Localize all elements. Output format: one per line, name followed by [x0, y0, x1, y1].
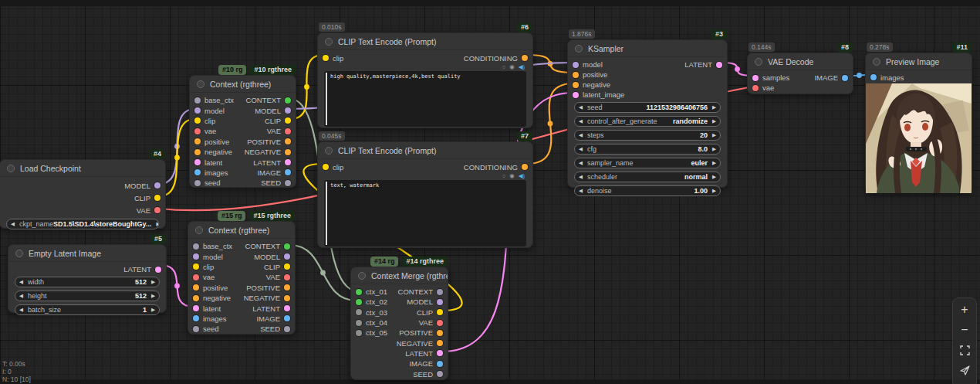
- output-slot-CLIP[interactable]: CLIP: [265, 117, 291, 125]
- input-pin[interactable]: [752, 85, 759, 91]
- input-slot-seed[interactable]: seed: [194, 178, 221, 187]
- input-pin[interactable]: [193, 315, 199, 321]
- increment-arrow-icon[interactable]: ▶: [712, 189, 716, 194]
- output-slot-LATENT[interactable]: LATENT: [253, 158, 291, 167]
- vae-decode-node[interactable]: 0.144s#8VAE DecodesamplesIMAGEvae: [747, 53, 853, 94]
- node-title-bar[interactable]: Context Merge (rgthree): [351, 267, 448, 284]
- node-title-bar[interactable]: CLIP Text Encode (Prompt): [318, 142, 532, 159]
- input-pin[interactable]: [573, 72, 579, 78]
- output-pin[interactable]: [285, 180, 291, 186]
- output-slot-CLIP[interactable]: CLIP: [264, 263, 290, 271]
- widget-control_after_generate[interactable]: ◀control_after_generaterandomize▶: [574, 116, 721, 127]
- input-slot-ctx_01[interactable]: ctx_01: [356, 287, 387, 296]
- circle-icon[interactable]: ○: [502, 173, 506, 179]
- output-pin[interactable]: [437, 320, 443, 326]
- output-pin[interactable]: [522, 164, 528, 170]
- node-title-bar[interactable]: Context (rgthree): [190, 76, 296, 93]
- output-slot-MODEL[interactable]: MODEL: [407, 297, 443, 306]
- input-slot-images[interactable]: images: [194, 168, 228, 177]
- collapse-dot-icon[interactable]: [755, 58, 762, 66]
- output-pin[interactable]: [284, 243, 290, 250]
- output-slot-IMAGE[interactable]: IMAGE: [257, 168, 291, 177]
- context-rgthree-node-15[interactable]: #15 rg#15 rgthreeContext (rgthree)base_c…: [188, 221, 296, 335]
- input-slot-negative[interactable]: negative: [194, 148, 232, 156]
- collapse-dot-icon[interactable]: [325, 147, 333, 155]
- input-slot-seed[interactable]: seed: [193, 325, 219, 333]
- decrement-arrow-icon[interactable]: ◀: [19, 308, 23, 313]
- output-pin[interactable]: [437, 371, 443, 377]
- decrement-arrow-icon[interactable]: ◀: [11, 222, 15, 227]
- input-pin[interactable]: [356, 289, 362, 295]
- decrement-arrow-icon[interactable]: ◀: [19, 294, 23, 299]
- output-pin[interactable]: [154, 207, 161, 213]
- input-slot-positive[interactable]: positive: [573, 70, 607, 79]
- decrement-arrow-icon[interactable]: ◀: [579, 147, 583, 152]
- widget-sampler_name[interactable]: ◀sampler_nameeuler▶: [574, 158, 721, 168]
- input-slot-vae[interactable]: vae: [194, 127, 216, 135]
- output-slot-CONTEXT[interactable]: CONTEXT: [245, 242, 290, 250]
- widget-cfg[interactable]: ◀cfg8.0▶: [574, 144, 721, 155]
- node-title-bar[interactable]: Context (rgthree): [188, 222, 295, 239]
- widget-seed[interactable]: ◀seed1121532986406756▶: [574, 102, 721, 113]
- input-pin[interactable]: [193, 284, 199, 291]
- output-pin[interactable]: [284, 305, 290, 311]
- input-slot-base_ctx[interactable]: base_ctx: [194, 96, 234, 104]
- output-pin[interactable]: [437, 289, 443, 295]
- decrement-arrow-icon[interactable]: ◀: [579, 133, 583, 138]
- input-pin[interactable]: [194, 159, 201, 165]
- prompt-textarea[interactable]: high quality,masterpiece,4k,best quality: [324, 71, 526, 127]
- input-pin[interactable]: [356, 299, 362, 305]
- input-pin[interactable]: [323, 164, 329, 170]
- input-slot-positive[interactable]: positive: [193, 284, 228, 292]
- node-title-bar[interactable]: CLIP Text Encode (Prompt): [318, 33, 532, 50]
- output-pin[interactable]: [842, 75, 848, 81]
- input-pin[interactable]: [194, 128, 201, 134]
- decrement-arrow-icon[interactable]: ◀: [579, 105, 583, 110]
- input-slot-model[interactable]: model: [573, 60, 603, 69]
- output-slot-POSITIVE[interactable]: POSITIVE: [399, 328, 443, 337]
- output-slot-NEGATIVE[interactable]: NEGATIVE: [245, 148, 291, 156]
- node-title-bar[interactable]: Preview Image: [866, 53, 972, 70]
- increment-arrow-icon[interactable]: ▶: [151, 308, 155, 313]
- output-pin[interactable]: [285, 97, 291, 104]
- output-pin[interactable]: [154, 195, 161, 201]
- output-slot-CONTEXT[interactable]: CONTEXT: [398, 287, 443, 296]
- input-pin[interactable]: [194, 117, 201, 124]
- input-slot-latent[interactable]: latent: [193, 304, 221, 313]
- input-slot-latent[interactable]: latent: [194, 158, 222, 167]
- input-slot-ctx_03[interactable]: ctx_03: [356, 308, 387, 317]
- input-pin[interactable]: [194, 180, 201, 186]
- output-pin[interactable]: [285, 117, 291, 124]
- output-pin[interactable]: [437, 361, 443, 367]
- ksampler-node[interactable]: 1.876s#3KSamplermodelLATENTpositivenegat…: [567, 39, 728, 188]
- widget-ckpt_name[interactable]: ◀ckpt_nameSD1.5\SD1.4\storeBoughtGy...▶: [6, 219, 159, 229]
- circle-icon[interactable]: ○: [502, 64, 506, 70]
- input-slot-latent_image[interactable]: latent_image: [573, 90, 624, 99]
- output-pin[interactable]: [522, 55, 528, 61]
- prompt-textarea[interactable]: text, watermark: [324, 180, 526, 246]
- input-slot-negative[interactable]: negative: [573, 80, 610, 89]
- decrement-arrow-icon[interactable]: ◀: [579, 161, 583, 166]
- decrement-arrow-icon[interactable]: ◀: [19, 280, 23, 285]
- output-pin[interactable]: [285, 128, 291, 134]
- output-slot-SEED[interactable]: SEED: [261, 178, 291, 187]
- increment-arrow-icon[interactable]: ▶: [712, 133, 716, 138]
- input-slot-clip[interactable]: clip: [323, 163, 343, 172]
- speaker-icon[interactable]: ◀): [519, 64, 525, 70]
- input-pin[interactable]: [193, 274, 199, 280]
- output-pin[interactable]: [285, 149, 291, 155]
- output-slot-CLIP[interactable]: CLIP: [417, 308, 443, 317]
- output-pin[interactable]: [284, 295, 290, 301]
- input-slot-ctx_05[interactable]: ctx_05: [356, 328, 387, 337]
- input-slot-clip[interactable]: clip: [323, 54, 343, 63]
- input-slot-vae[interactable]: vae: [193, 273, 215, 281]
- output-slot-POSITIVE[interactable]: POSITIVE: [246, 284, 290, 292]
- input-pin[interactable]: [356, 330, 362, 336]
- widget-height[interactable]: ◀height512▶: [15, 291, 160, 301]
- input-pin[interactable]: [194, 107, 201, 114]
- output-pin[interactable]: [437, 350, 443, 356]
- output-pin[interactable]: [154, 182, 161, 189]
- output-slot-LATENT[interactable]: LATENT: [405, 349, 443, 358]
- input-pin[interactable]: [194, 138, 201, 144]
- speaker-icon[interactable]: ◀): [519, 173, 525, 179]
